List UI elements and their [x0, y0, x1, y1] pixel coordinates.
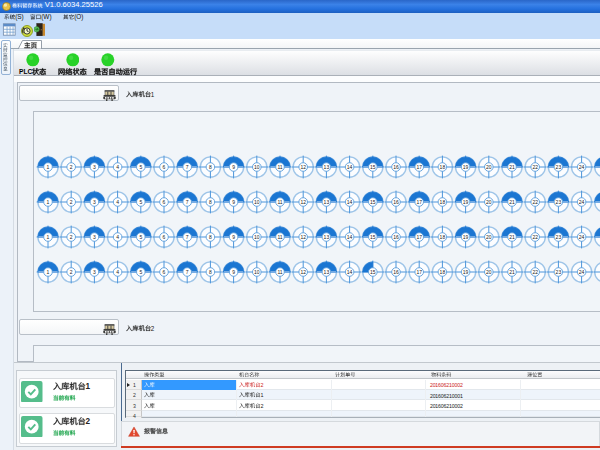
- svg-text:21: 21: [509, 234, 515, 240]
- svg-text:14: 14: [347, 199, 353, 205]
- svg-text:10: 10: [254, 199, 260, 205]
- svg-text:1: 1: [47, 234, 50, 240]
- svg-text:V1.0.6034.25526: V1.0.6034.25526: [44, 0, 102, 9]
- svg-text:1: 1: [47, 164, 50, 170]
- svg-text:9: 9: [232, 164, 235, 170]
- svg-text:11: 11: [277, 164, 282, 170]
- svg-text:20: 20: [486, 164, 492, 170]
- svg-text:PLC: PLC: [19, 68, 32, 75]
- svg-text:19: 19: [463, 164, 469, 170]
- svg-text:8: 8: [209, 269, 212, 275]
- svg-text:3: 3: [93, 164, 96, 170]
- svg-text:6: 6: [163, 234, 166, 240]
- svg-text:22: 22: [532, 164, 538, 170]
- svg-text:19: 19: [463, 269, 469, 275]
- svg-text:17: 17: [416, 269, 422, 275]
- svg-text:20: 20: [486, 199, 492, 205]
- svg-text:(S): (S): [15, 13, 24, 21]
- svg-text:17: 17: [416, 199, 422, 205]
- svg-text:3: 3: [93, 234, 96, 240]
- svg-text:6: 6: [163, 164, 166, 170]
- svg-text:7: 7: [186, 199, 189, 205]
- svg-text:15: 15: [370, 234, 376, 240]
- svg-text:1: 1: [47, 269, 50, 275]
- svg-text:12: 12: [300, 234, 306, 240]
- svg-text:4: 4: [116, 164, 119, 170]
- svg-text:20: 20: [486, 269, 492, 275]
- svg-text:14: 14: [347, 269, 353, 275]
- svg-text:2: 2: [70, 164, 73, 170]
- svg-text:13: 13: [324, 234, 330, 240]
- svg-text:12: 12: [300, 164, 306, 170]
- svg-text:11: 11: [277, 269, 282, 275]
- svg-text:18: 18: [440, 164, 446, 170]
- svg-text:5: 5: [139, 269, 142, 275]
- svg-text:19: 19: [463, 234, 469, 240]
- svg-text:16: 16: [393, 199, 399, 205]
- svg-text:23: 23: [556, 234, 562, 240]
- svg-text:9: 9: [232, 234, 235, 240]
- svg-text:20: 20: [486, 234, 492, 240]
- svg-text:14: 14: [347, 164, 353, 170]
- svg-text:2: 2: [70, 234, 73, 240]
- svg-text:13: 13: [324, 269, 330, 275]
- svg-text:18: 18: [440, 269, 446, 275]
- svg-text:21: 21: [509, 199, 515, 205]
- svg-text:16: 16: [393, 234, 399, 240]
- svg-text:24: 24: [579, 199, 585, 205]
- svg-text:9: 9: [232, 269, 235, 275]
- svg-text:24: 24: [579, 164, 585, 170]
- svg-text:23: 23: [556, 199, 562, 205]
- svg-text:8: 8: [209, 164, 212, 170]
- svg-text:5: 5: [139, 234, 142, 240]
- svg-text:7: 7: [186, 234, 189, 240]
- svg-text:7: 7: [186, 164, 189, 170]
- svg-text:4: 4: [116, 234, 119, 240]
- svg-text:3: 3: [93, 199, 96, 205]
- svg-text:4: 4: [116, 269, 119, 275]
- svg-text:6: 6: [163, 269, 166, 275]
- svg-text:17: 17: [416, 164, 422, 170]
- svg-text:10: 10: [254, 164, 260, 170]
- svg-text:17: 17: [416, 234, 422, 240]
- svg-text:14: 14: [347, 234, 353, 240]
- svg-text:5: 5: [139, 164, 142, 170]
- svg-text:12: 12: [300, 199, 306, 205]
- svg-text:22: 22: [532, 199, 538, 205]
- svg-text:13: 13: [324, 164, 330, 170]
- svg-text:3: 3: [93, 269, 96, 275]
- svg-text:13: 13: [324, 199, 330, 205]
- svg-text:23: 23: [556, 269, 562, 275]
- svg-text:1: 1: [47, 199, 50, 205]
- svg-text:23: 23: [556, 164, 562, 170]
- svg-text:8: 8: [209, 199, 212, 205]
- svg-text:15: 15: [370, 269, 376, 275]
- svg-text:21: 21: [509, 269, 515, 275]
- svg-text:10: 10: [254, 269, 260, 275]
- svg-text:8: 8: [209, 234, 212, 240]
- svg-text:24: 24: [579, 269, 585, 275]
- svg-text:2: 2: [70, 199, 73, 205]
- svg-text:(W): (W): [41, 13, 51, 21]
- svg-text:16: 16: [393, 269, 399, 275]
- svg-text:7: 7: [186, 269, 189, 275]
- svg-text:(O): (O): [74, 13, 83, 21]
- svg-text:5: 5: [139, 199, 142, 205]
- svg-text:11: 11: [277, 234, 282, 240]
- svg-text:10: 10: [254, 234, 260, 240]
- svg-text:18: 18: [440, 234, 446, 240]
- svg-text:16: 16: [393, 164, 399, 170]
- svg-text:6: 6: [163, 199, 166, 205]
- svg-text:19: 19: [463, 199, 469, 205]
- svg-text:22: 22: [532, 234, 538, 240]
- svg-text:24: 24: [579, 234, 585, 240]
- svg-text:15: 15: [370, 164, 376, 170]
- svg-text:21: 21: [509, 164, 515, 170]
- svg-text:4: 4: [116, 199, 119, 205]
- svg-text:11: 11: [277, 199, 282, 205]
- svg-text:15: 15: [370, 199, 376, 205]
- svg-text:9: 9: [232, 199, 235, 205]
- svg-text:22: 22: [532, 269, 538, 275]
- svg-text:12: 12: [300, 269, 306, 275]
- svg-text:2: 2: [70, 269, 73, 275]
